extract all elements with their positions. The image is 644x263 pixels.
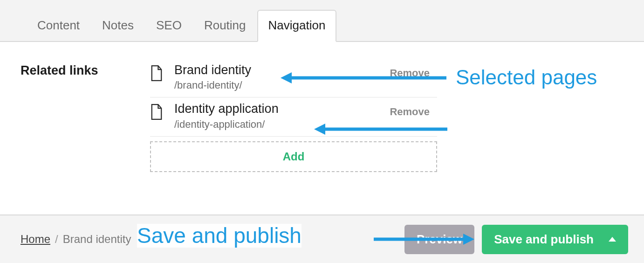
page-icon — [150, 65, 163, 81]
page-icon — [150, 104, 163, 120]
remove-button[interactable]: Remove — [390, 106, 430, 118]
caret-up-icon — [609, 237, 616, 242]
tab-seo[interactable]: SEO — [145, 10, 193, 42]
breadcrumb-current: Brand identity — [63, 233, 131, 246]
tab-content[interactable]: Content — [26, 10, 91, 42]
tab-notes[interactable]: Notes — [91, 10, 145, 42]
section-title: Related links — [21, 63, 150, 78]
link-title: Identity application — [174, 101, 390, 116]
add-button[interactable]: Add — [150, 141, 437, 172]
related-links-list: Brand identity /brand-identity/ Remove I… — [150, 62, 437, 215]
publish-label: Save and publish — [494, 232, 594, 247]
link-path: /brand-identity/ — [174, 79, 390, 91]
tabs-bar: Content Notes SEO Routing Navigation — [0, 0, 644, 42]
navigation-panel: Related links Brand identity /brand-iden… — [0, 42, 644, 215]
remove-button[interactable]: Remove — [390, 67, 430, 79]
preview-button[interactable]: Preview — [404, 225, 474, 254]
tab-routing[interactable]: Routing — [193, 10, 257, 42]
footer-bar: Home / Brand identity Preview Save and p… — [0, 215, 644, 263]
breadcrumb-home[interactable]: Home — [21, 233, 50, 246]
link-title: Brand identity — [174, 62, 390, 77]
breadcrumb: Home / Brand identity — [21, 233, 131, 246]
save-and-publish-button[interactable]: Save and publish — [482, 225, 628, 254]
tab-navigation[interactable]: Navigation — [257, 10, 337, 42]
list-item[interactable]: Identity application /identity-applicati… — [150, 97, 437, 136]
breadcrumb-separator: / — [55, 233, 58, 246]
list-item[interactable]: Brand identity /brand-identity/ Remove — [150, 62, 437, 97]
link-path: /identity-application/ — [174, 118, 390, 131]
